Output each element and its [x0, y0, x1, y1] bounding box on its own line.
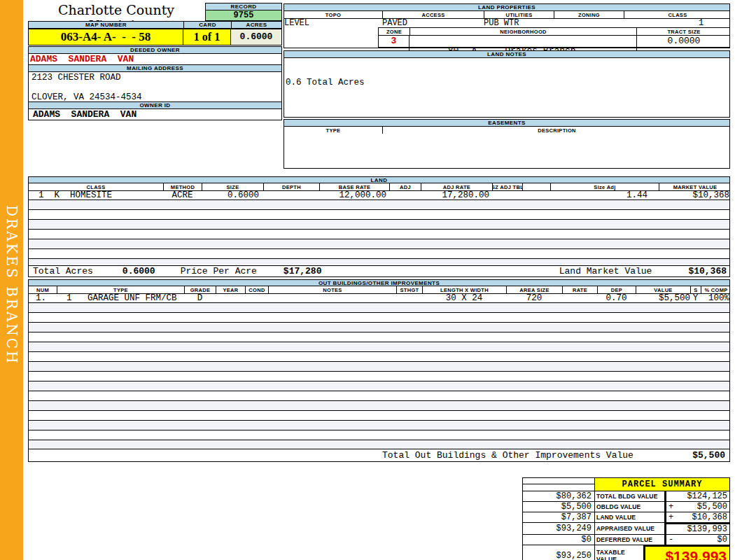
ps-row-taxable: $93,250 TAXABLE VALUE $139,993	[522, 545, 730, 560]
ps-label-appraised: APPRAISED VALUE	[595, 523, 665, 535]
land-row-method: ACRE	[163, 190, 202, 200]
ps-taxable-value: $139,993	[644, 545, 730, 560]
ob-row-dep: 0.70	[597, 293, 636, 303]
land-properties-title: LAND PROPERTIES	[284, 4, 730, 11]
card-label: CARD	[183, 21, 231, 29]
land-h-depth: DEPTH	[263, 183, 319, 190]
land-h-blank	[522, 183, 550, 190]
land-row-market-value: $10,368	[659, 190, 731, 200]
acres-label: ACRES	[231, 21, 282, 29]
ps-row-obldg: $5,500 OBLDG VALUE +$5,500	[522, 502, 730, 512]
mailing-address-label: MAILING ADDRESS	[28, 64, 282, 72]
mailing-address-block: 2123 CHESTER ROAD CLOVER, VA 24534-4534	[28, 72, 282, 102]
district-sidebar: DRAKES BRANCH	[0, 0, 23, 560]
map-number-value: 063-A4- A- - - 58	[28, 29, 183, 46]
out-buildings-row: 1. 1 GARAGE UNF FRM/CB D 30 X 24 720 0.7…	[28, 293, 730, 303]
record-box: RECORD 9755	[205, 3, 282, 21]
ps-left-land: $7,387	[522, 512, 595, 523]
zone-label: ZONE	[379, 28, 410, 35]
easement-type-label: TYPE	[284, 127, 382, 134]
land-row-size: 0.6000	[202, 190, 263, 200]
ps-value-obldg: +$5,500	[665, 502, 730, 512]
ps-op-deferred: -	[668, 535, 673, 545]
ob-row-area-size: 720	[506, 293, 562, 303]
total-acres-label: Total Acres	[29, 266, 93, 276]
easement-description-label: DESCRIPTION	[382, 127, 731, 134]
land-h-class: CLASS	[29, 183, 163, 190]
ps-left-obldg: $5,500	[522, 502, 595, 512]
ps-label-total-bldg: TOTAL BLDG VALUE	[595, 491, 665, 502]
ps-value-land: +$10,368	[665, 512, 730, 523]
ob-h-grade: GRADE	[184, 286, 216, 293]
land-h-market-value: MARKET VALUE	[659, 183, 731, 190]
owner-id-label: OWNER ID	[28, 102, 282, 109]
ps-label-land: LAND VALUE	[595, 512, 665, 523]
land-properties-values: LEVEL PAVED PUB WTR 1	[284, 18, 730, 27]
ob-row-pct-comp: 100%	[701, 293, 731, 303]
ps-left-total-bldg: $80,362	[522, 491, 595, 502]
owner-id-value: ADAMS SANDERA VAN	[28, 109, 282, 120]
ob-h-dep: DEP	[597, 286, 636, 293]
ob-h-year: YEAR	[216, 286, 245, 293]
ps-header-left-empty	[522, 477, 595, 491]
ps-row-appraised: $93,249 APPRAISED VALUE $139,993	[522, 523, 730, 535]
class-label: CLASS	[624, 11, 731, 18]
utilities-value: PUB WTR	[484, 18, 596, 28]
map-number-label: MAP NUMBER	[28, 21, 183, 29]
access-value: PAVED	[382, 18, 484, 28]
ps-value-total-bldg: $124,125	[665, 491, 730, 502]
land-market-value-label: Land Market Value	[559, 266, 652, 276]
ps-label-taxable-line2: VALUE	[596, 556, 617, 560]
ob-h-pct-comp: % COMP	[701, 286, 731, 293]
ps-val-obldg: $5,500	[697, 502, 727, 512]
ps-val-appraised: $139,993	[687, 524, 727, 534]
out-buildings-empty-rows	[28, 303, 730, 449]
neighborhood-label: NEIGHBORHOOD	[410, 28, 636, 35]
ps-label-obldg: OBLDG VALUE	[595, 502, 665, 512]
land-row-class: 1 K HOMESITE	[29, 190, 163, 200]
ob-h-type: TYPE	[57, 286, 184, 293]
ob-row-value: $5,500	[636, 293, 690, 303]
land-h-adj: ADJ	[389, 183, 421, 190]
parcel-id-value-row: 063-A4- A- - - 58 1 of 1 0.6000	[28, 29, 282, 46]
ps-value-appraised: $139,993	[665, 523, 730, 535]
ob-row-s: Y	[690, 293, 701, 303]
ps-val-deferred: $0	[718, 535, 727, 545]
ob-h-sthgt: STHGT	[396, 286, 422, 293]
ps-val-land: $10,368	[692, 512, 727, 522]
land-h-size-adj: Size Adj	[550, 183, 659, 190]
land-table-row: 1 K HOMESITE ACRE 0.6000 12,000.00 17,28…	[28, 190, 730, 200]
ps-op-obldg: +	[668, 502, 673, 512]
land-row-size-adj: 1.44	[550, 190, 659, 200]
land-h-sz-adj-tbl: SZ ADJ TBL	[492, 183, 522, 190]
ob-h-notes: NOTES	[268, 286, 396, 293]
ob-h-area-size: AREA SIZE	[506, 286, 562, 293]
ps-left-taxable: $93,250	[522, 545, 595, 560]
land-h-adj-rate: ADJ RATE	[421, 183, 492, 190]
deeded-owner-label: DEEDED OWNER	[28, 46, 282, 54]
out-buildings-total-row: Total Out Buildings & Other Improvements…	[28, 449, 730, 462]
land-h-size: SIZE	[202, 183, 263, 190]
ps-label-deferred: DEFERRED VALUE	[595, 535, 665, 545]
property-record-card: DRAKES BRANCH Charlotte County Virginia …	[0, 0, 735, 560]
tract-size-label: TRACT SIZE	[636, 28, 731, 35]
ob-h-s: S	[690, 286, 701, 293]
ps-left-deferred: $0	[522, 535, 595, 545]
ob-h-cond: COND	[245, 286, 268, 293]
land-notes-title: LAND NOTES	[284, 50, 730, 58]
ps-value-deferred: -$0	[665, 535, 730, 545]
topo-label: TOPO	[284, 11, 382, 18]
price-per-acre-label: Price Per Acre	[181, 266, 257, 276]
record-value: 9755	[205, 10, 282, 21]
land-notes-box: 0.6 Total Acres	[284, 58, 730, 118]
ps-row-total-bldg: $80,362 TOTAL BLDG VALUE $124,125	[522, 491, 730, 502]
total-acres-value: 0.6000	[122, 266, 155, 276]
parcel-id-header-row: MAP NUMBER CARD ACRES	[28, 21, 282, 29]
easements-title: EASEMENTS	[284, 119, 730, 127]
land-section-title: LAND	[28, 176, 730, 183]
ob-row-type: 1 GARAGE UNF FRM/CB	[57, 293, 184, 303]
utilities-label: UTILITIES	[484, 11, 554, 18]
land-totals-row: Total Acres 0.6000 Price Per Acre $17,28…	[28, 265, 730, 277]
zoning-label: ZONING	[554, 11, 624, 18]
acres-value: 0.6000	[231, 29, 282, 46]
